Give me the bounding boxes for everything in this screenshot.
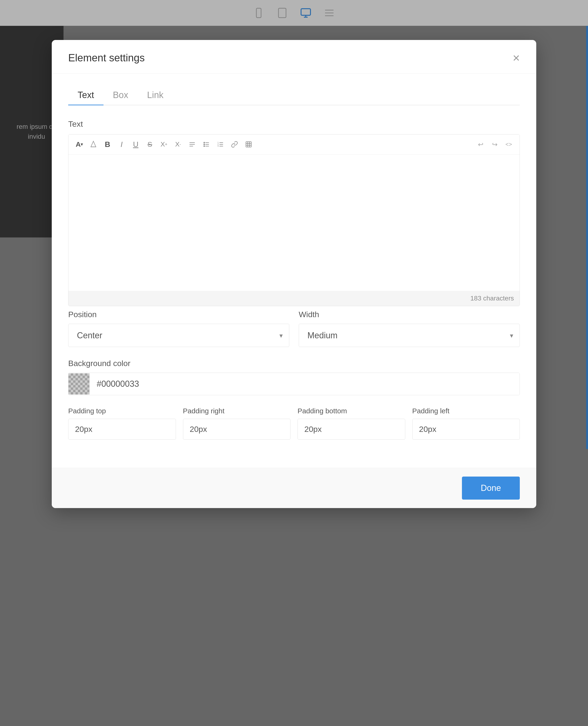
tab-text[interactable]: Text [68, 85, 104, 105]
modal-header: Element settings × [52, 40, 536, 73]
padding-bottom-label: Padding bottom [297, 407, 405, 415]
padding-left-label: Padding left [412, 407, 520, 415]
redo-tool[interactable]: ↪ [488, 138, 501, 150]
tab-link[interactable]: Link [138, 85, 173, 105]
text-editor: A▾ B I U S [68, 134, 520, 306]
undo-tool[interactable]: ↩ [475, 138, 487, 150]
position-select-wrapper: Left Center Right ▾ [68, 324, 289, 347]
table-tool[interactable] [243, 138, 255, 150]
padding-right-input[interactable] [183, 419, 291, 440]
editor-content-area[interactable] [68, 154, 520, 291]
color-swatch[interactable] [68, 373, 90, 394]
padding-bottom-input[interactable] [297, 419, 405, 440]
strikethrough-tool[interactable]: S [144, 138, 156, 150]
text-section-label: Text [68, 120, 520, 129]
background-color-label: Background color [68, 359, 520, 368]
align-tool[interactable] [186, 138, 198, 150]
close-button[interactable]: × [513, 52, 520, 64]
font-size-tool[interactable]: A▾ [73, 138, 85, 150]
padding-top-input[interactable] [68, 419, 176, 440]
width-label: Width [299, 310, 520, 319]
color-tool[interactable] [87, 138, 100, 150]
link-tool[interactable] [228, 138, 240, 150]
ordered-list-tool[interactable]: 1. 2. 3. [214, 138, 227, 150]
unordered-list-tool[interactable] [200, 138, 212, 150]
subscript-tool[interactable]: X- [172, 138, 184, 150]
character-count: 183 characters [68, 291, 520, 306]
editor-toolbar: A▾ B I U S [68, 134, 520, 154]
padding-right-col: Padding right [183, 407, 291, 440]
svg-text:3.: 3. [217, 145, 219, 147]
color-hex-field[interactable] [90, 373, 520, 395]
tab-box[interactable]: Box [104, 85, 138, 105]
position-select[interactable]: Left Center Right [68, 324, 289, 347]
position-width-row: Position Left Center Right ▾ Width Small… [68, 310, 520, 347]
padding-top-col: Padding top [68, 407, 176, 440]
padding-left-input[interactable] [412, 419, 520, 440]
width-select-wrapper: Small Medium Large Full ▾ [299, 324, 520, 347]
padding-right-label: Padding right [183, 407, 291, 415]
modal-footer: Done [52, 468, 536, 508]
modal-title: Element settings [68, 52, 145, 64]
done-button[interactable]: Done [462, 476, 520, 499]
modal-body: Text Box Link Text A▾ [52, 73, 536, 468]
svg-point-16 [204, 146, 205, 147]
text-section: Text A▾ B I [68, 120, 520, 306]
background-color-row: Background color [68, 359, 520, 395]
superscript-tool[interactable]: X+ [158, 138, 170, 150]
underline-tool[interactable]: U [130, 138, 142, 150]
italic-tool[interactable]: I [115, 138, 128, 150]
element-settings-modal: Element settings × Text Box Link Text A▾ [52, 40, 536, 508]
width-col: Width Small Medium Large Full ▾ [299, 310, 520, 347]
bold-tool[interactable]: B [101, 138, 113, 150]
color-input-wrapper [68, 372, 520, 395]
padding-top-label: Padding top [68, 407, 176, 415]
position-label: Position [68, 310, 289, 319]
svg-rect-26 [246, 142, 251, 147]
svg-point-15 [204, 144, 205, 145]
source-tool[interactable]: <> [503, 138, 515, 150]
tabs-container: Text Box Link [68, 85, 520, 105]
padding-bottom-col: Padding bottom [297, 407, 405, 440]
position-col: Position Left Center Right ▾ [68, 310, 289, 347]
svg-point-14 [204, 142, 205, 143]
width-select[interactable]: Small Medium Large Full [299, 324, 520, 347]
padding-row: Padding top Padding right Padding bottom… [68, 407, 520, 440]
padding-left-col: Padding left [412, 407, 520, 440]
